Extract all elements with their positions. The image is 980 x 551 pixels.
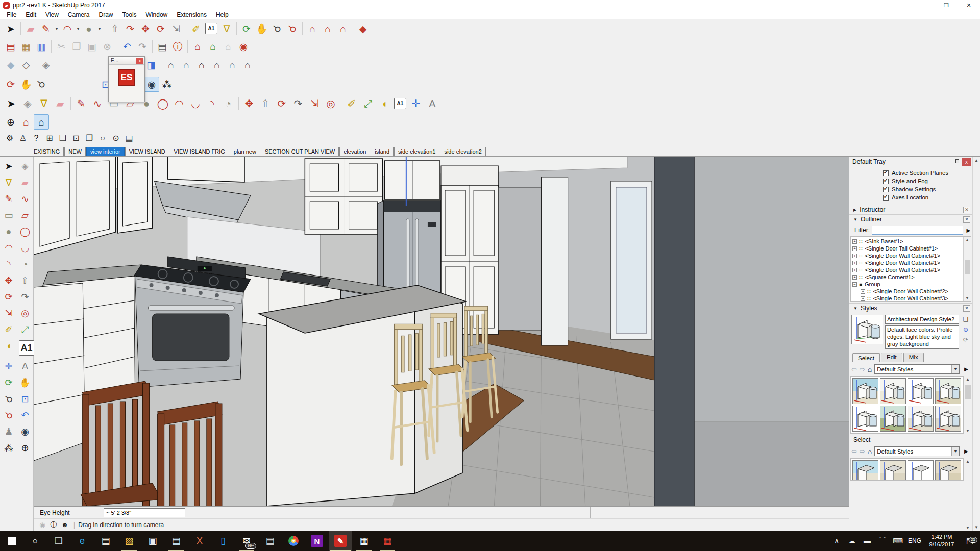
- copy-button[interactable]: ❐: [69, 39, 84, 54]
- front-view-button[interactable]: ⌂: [194, 57, 209, 72]
- styles-grid-scrollbar[interactable]: ▲ ▼: [964, 376, 971, 434]
- zoom-extents-left[interactable]: ⚲: [0, 405, 19, 426]
- outliner-item[interactable]: + ∷ <Single Door Wall Cabinet#2>: [851, 288, 963, 295]
- dropdown-arrow-icon[interactable]: ▼: [951, 365, 959, 373]
- upload-model-button[interactable]: ⌂: [205, 39, 220, 54]
- 3d-text-left[interactable]: A: [17, 359, 33, 374]
- two-point-arc-tool[interactable]: ◡: [187, 95, 204, 112]
- account-button[interactable]: ♙: [16, 132, 30, 145]
- edge-app[interactable]: e: [70, 531, 94, 551]
- es-extension-button[interactable]: ES: [118, 69, 135, 86]
- extension-warehouse-button[interactable]: ⌂: [335, 21, 351, 36]
- settings-app[interactable]: ▤: [94, 531, 117, 551]
- new-button[interactable]: ▤: [3, 39, 18, 54]
- style-preview-thumbnail[interactable]: [851, 315, 883, 344]
- create-style-icon[interactable]: ⊕: [963, 326, 968, 333]
- scroll-up-icon[interactable]: ▲: [974, 157, 978, 164]
- toolbar-button[interactable]: [353, 22, 353, 35]
- make-component-left[interactable]: ◈: [17, 159, 33, 174]
- credits-info-icon[interactable]: ⓘ: [48, 520, 59, 530]
- right-view-button[interactable]: ⌂: [209, 57, 225, 72]
- shapes-dropdown[interactable]: ▾: [96, 21, 103, 36]
- pin-icon[interactable]: [954, 159, 959, 164]
- menu-item[interactable]: Camera: [63, 11, 94, 18]
- paint-bucket-left[interactable]: ∇: [1, 175, 16, 190]
- section-plane-tool[interactable]: ⊕: [3, 114, 18, 130]
- wifi-icon[interactable]: ⌒: [875, 536, 890, 545]
- style-thumbnail[interactable]: [935, 460, 961, 481]
- tray-chevron-icon[interactable]: ∧: [829, 537, 844, 545]
- tree-expander-icon[interactable]: +: [861, 296, 865, 301]
- circle-left[interactable]: ●: [1, 224, 16, 239]
- scene-tab[interactable]: SECTION CUT PLAN VIEW: [261, 147, 339, 156]
- toolbar-button[interactable]: [54, 57, 113, 72]
- position-camera-left[interactable]: ♟: [1, 424, 16, 439]
- scroll-up-icon[interactable]: ▲: [966, 376, 970, 382]
- scroll-down-icon[interactable]: ▼: [966, 428, 970, 434]
- tree-expander-icon[interactable]: +: [852, 275, 857, 280]
- outliner-item[interactable]: + ∷ <SInk Base#1>: [851, 238, 963, 245]
- rotated-rectangle-left[interactable]: ▱: [17, 208, 33, 223]
- office-app[interactable]: X: [188, 531, 211, 551]
- toolbar-button[interactable]: [341, 97, 341, 110]
- notepad-app[interactable]: ▤: [164, 531, 188, 551]
- scene-tab[interactable]: VIEW ISLAND: [125, 147, 169, 156]
- toolbar-button[interactable]: [70, 97, 71, 110]
- three-point-arc-tool[interactable]: ◝: [204, 95, 220, 112]
- settings-button[interactable]: ⚙: [3, 132, 16, 145]
- styles-tab[interactable]: Edit: [881, 353, 902, 362]
- taskbar-clock[interactable]: 1:42 PM 9/16/2017: [924, 533, 960, 548]
- language-indicator[interactable]: ENG: [905, 537, 924, 544]
- tape-measure-left[interactable]: ✐: [1, 322, 16, 337]
- model-info-button[interactable]: ⓘ: [170, 39, 185, 54]
- protractor-tool[interactable]: ◖: [376, 95, 393, 112]
- toolbar-button[interactable]: [236, 22, 237, 35]
- select-tool[interactable]: ➤: [3, 21, 18, 36]
- select-section-header[interactable]: Select: [849, 435, 972, 444]
- move-tool[interactable]: ✥: [138, 21, 153, 36]
- outliner-item[interactable]: + ∷ <Single Door Wall Cabinet#1>: [851, 259, 963, 266]
- toolbar-button[interactable]: [51, 40, 52, 53]
- line-tool[interactable]: ✎: [38, 21, 54, 36]
- outliner-section-header[interactable]: ▼ Outliner ✕: [849, 214, 972, 224]
- toolbar-button[interactable]: [105, 22, 105, 35]
- ellipse-tool[interactable]: ◯: [155, 95, 171, 112]
- move-2[interactable]: ✥: [241, 95, 257, 112]
- pushpull-left[interactable]: ⇧: [17, 273, 33, 288]
- look-around-left[interactable]: ◉: [17, 424, 33, 439]
- calendar-app[interactable]: ▦: [352, 531, 376, 551]
- toolbar-button[interactable]: [20, 22, 21, 35]
- geolocation-icon[interactable]: ◉: [37, 521, 48, 529]
- rotate-left[interactable]: ⟳: [1, 289, 16, 305]
- onenote-app[interactable]: N: [305, 531, 329, 551]
- select-grid-scrollbar[interactable]: ▲ ▼: [964, 458, 971, 531]
- print-button[interactable]: ▤: [155, 39, 170, 54]
- scale-left[interactable]: ⇲: [1, 306, 16, 321]
- toolbar-button[interactable]: [161, 58, 161, 71]
- orbit-camera-button[interactable]: ⟳: [3, 77, 18, 92]
- phone-app[interactable]: ▯: [211, 531, 235, 551]
- secondary-pane-icon[interactable]: ❏: [963, 316, 969, 323]
- toolbar-button[interactable]: [36, 58, 36, 71]
- onedrive-icon[interactable]: ☁: [844, 537, 860, 545]
- scale-tool[interactable]: ⇲: [168, 21, 184, 36]
- paint-bucket-2[interactable]: ∇: [36, 95, 52, 112]
- scroll-down-icon[interactable]: ▼: [966, 524, 970, 531]
- scale-2[interactable]: ⇲: [306, 95, 323, 112]
- store-app[interactable]: ▣: [141, 531, 164, 551]
- styles-details-button[interactable]: ►: [962, 365, 970, 373]
- style-description[interactable]: Default face colors. Profile edges. Ligh…: [885, 325, 959, 349]
- left-view-button[interactable]: ⌂: [240, 57, 255, 72]
- checkbox-icon[interactable]: [883, 170, 889, 176]
- axes-tool[interactable]: ✛: [408, 95, 424, 112]
- display-section-cuts-toggle[interactable]: ⌂: [34, 114, 49, 130]
- tree-expander-icon[interactable]: +: [861, 289, 865, 294]
- toolbar-button[interactable]: [238, 97, 239, 110]
- restore-button[interactable]: ❐: [935, 0, 958, 10]
- back-arrow-icon[interactable]: ⇦: [851, 447, 857, 455]
- previous-view-left[interactable]: ↶: [17, 408, 33, 423]
- arc-left[interactable]: ◠: [1, 240, 16, 256]
- tree-expander-icon[interactable]: +: [852, 268, 857, 272]
- action-center-button[interactable]: ▤ 25: [960, 536, 980, 545]
- top-view-button[interactable]: ⌂: [179, 57, 194, 72]
